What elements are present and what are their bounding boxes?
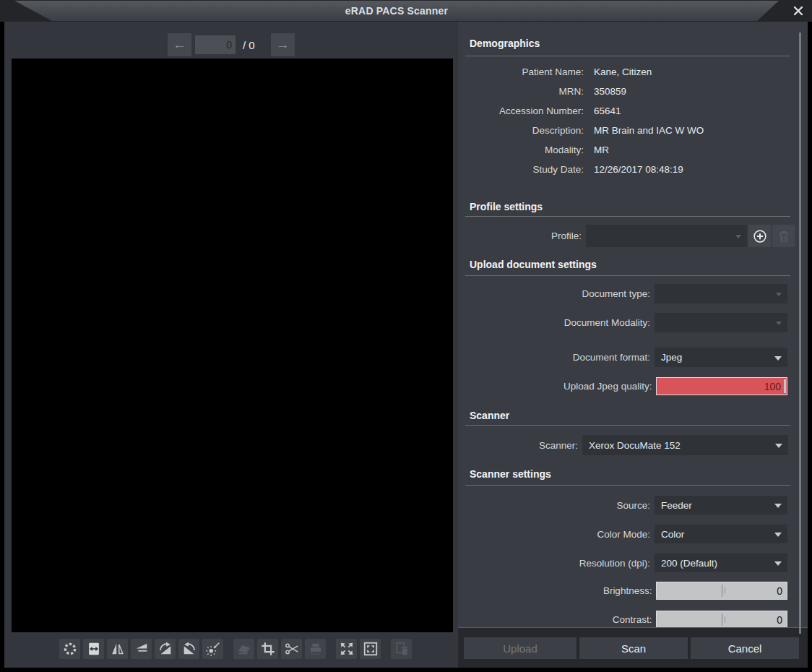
document-type-dropdown[interactable] (655, 284, 787, 303)
chevron-down-icon (774, 356, 782, 361)
profile-settings-header: Profile settings (470, 201, 787, 212)
document-modality-row: Document Modality: (470, 313, 787, 332)
source-dropdown[interactable]: Feeder (655, 496, 787, 514)
scan-button[interactable]: Scan (579, 637, 688, 659)
prev-page-button[interactable]: ← (168, 33, 191, 56)
color-mode-row: Color Mode: Color (470, 525, 787, 543)
fit-to-window-button[interactable] (360, 639, 381, 659)
brightness-value: 0 (777, 585, 782, 597)
delete-page-icon (394, 641, 410, 657)
chevron-down-icon (774, 561, 782, 566)
cancel-button[interactable]: Cancel (691, 637, 799, 659)
contrast-slider[interactable]: 0 (656, 611, 787, 629)
rotate-free-button[interactable] (59, 639, 80, 659)
scanner-settings-header: Scanner settings (470, 468, 787, 480)
next-page-button[interactable]: → (271, 33, 295, 56)
add-profile-button[interactable] (748, 225, 771, 247)
contrast-row: Contrast: 0 (470, 611, 787, 629)
color-mode-dropdown[interactable]: Color (655, 525, 787, 543)
circle-plus-icon (752, 228, 768, 244)
settings-panel: Demographics Patient Name: Kane, Citizen… (458, 22, 808, 668)
slider-tick (725, 587, 725, 594)
slider-handle[interactable] (722, 613, 722, 626)
window-title: eRAD PACS Scanner (345, 5, 448, 17)
description-row: Description: MR Brain and IAC W WO (470, 125, 787, 141)
description-label: Description: (470, 125, 584, 141)
rotate-right-button[interactable] (155, 639, 176, 659)
study-date-value: 12/26/2017 08:48:19 (594, 164, 683, 180)
color-mode-value: Color (655, 529, 684, 540)
profile-row: Profile: (470, 225, 795, 247)
panel-scrollbar[interactable] (799, 33, 801, 634)
brightness-slider[interactable]: 0 (656, 582, 787, 600)
page-number-input[interactable] (195, 35, 236, 54)
divider (465, 56, 790, 56)
rotate-free-icon (62, 641, 78, 657)
scanner-label: Scanner: (470, 440, 578, 451)
image-preview-pane[interactable] (12, 59, 453, 632)
accession-row: Accession Number: 65641 (470, 105, 787, 121)
crop-button[interactable] (257, 639, 278, 659)
document-type-label: Document type: (470, 288, 650, 299)
accession-label: Accession Number: (470, 105, 584, 121)
upload-button[interactable]: Upload (464, 637, 576, 659)
document-format-dropdown[interactable]: Jpeg (655, 348, 787, 367)
resolution-dropdown[interactable]: 200 (Default) (655, 553, 787, 572)
action-bar: Upload Scan Cancel (458, 627, 808, 668)
rotate-right-icon (157, 641, 173, 657)
contrast-value: 0 (777, 614, 782, 626)
profile-label: Profile: (470, 231, 582, 241)
chevron-down-icon (774, 504, 782, 508)
divider (465, 216, 790, 217)
jpeg-quality-slider[interactable]: 100 (656, 377, 787, 395)
patient-name-value: Kane, Citizen (594, 66, 652, 82)
color-mode-label: Color Mode: (470, 529, 650, 540)
trash-icon (777, 229, 791, 244)
chevron-down-icon (776, 322, 782, 325)
crop-icon (260, 641, 276, 657)
fit-width-button[interactable] (83, 639, 104, 659)
delete-profile-button[interactable] (772, 225, 795, 247)
accession-value: 65641 (594, 105, 621, 121)
demographics-header: Demographics (470, 38, 787, 49)
scanner-dropdown[interactable]: Xerox DocuMate 152 (582, 435, 788, 455)
flip-vertical-button[interactable] (131, 639, 152, 659)
auto-enhance-icon (205, 641, 221, 657)
mrn-label: MRN: (470, 86, 584, 102)
modality-row: Modality: MR (470, 145, 787, 160)
flip-vertical-icon (134, 641, 150, 657)
document-type-row: Document type: (470, 284, 787, 303)
print-button[interactable] (305, 639, 326, 659)
fit-width-icon (86, 641, 102, 657)
chevron-down-icon (735, 235, 741, 238)
delete-page-button[interactable] (391, 639, 412, 659)
auto-enhance-button[interactable] (202, 639, 223, 659)
expand-icon (339, 641, 355, 657)
resolution-value: 200 (Default) (655, 558, 717, 569)
rotate-left-button[interactable] (178, 639, 199, 659)
expand-button[interactable] (336, 639, 357, 659)
source-label: Source: (470, 500, 650, 511)
document-modality-label: Document Modality: (470, 317, 650, 328)
scanner-header: Scanner (470, 410, 787, 421)
image-toolbar (59, 639, 415, 659)
slider-handle[interactable] (784, 379, 786, 393)
jpeg-quality-value: 100 (764, 381, 781, 392)
flip-horizontal-button[interactable] (107, 639, 128, 659)
chevron-down-icon (776, 293, 782, 296)
page-navigation: ← / 0 → (168, 33, 295, 56)
cut-button[interactable] (281, 639, 302, 659)
close-button[interactable] (790, 4, 806, 18)
slider-handle[interactable] (722, 585, 722, 597)
study-date-label: Study Date: (470, 164, 584, 180)
brightness-label: Brightness: (470, 585, 652, 596)
profile-dropdown[interactable] (586, 225, 747, 247)
scanner-dialog: eRAD PACS Scanner ← / 0 → (0, 0, 812, 672)
arrow-right-icon: → (276, 37, 290, 52)
document-modality-dropdown[interactable] (655, 313, 787, 332)
fit-to-window-icon (363, 641, 379, 657)
resolution-label: Resolution (dpi): (470, 558, 650, 569)
divider (465, 425, 790, 426)
acquire-scan-button[interactable] (233, 639, 254, 659)
contrast-label: Contrast: (470, 614, 652, 625)
